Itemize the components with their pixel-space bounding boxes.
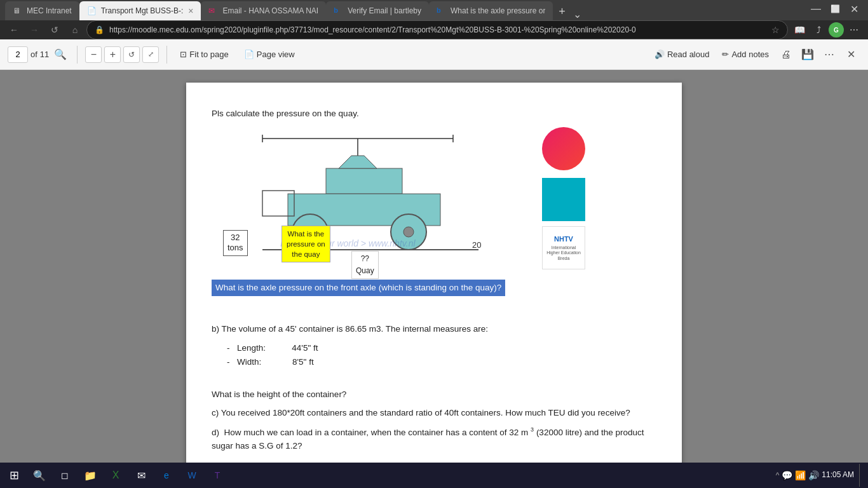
length-item: Length: 44'5" ft (212, 341, 656, 355)
width-item: Width: 8'5" ft (212, 355, 656, 369)
close-pdf-panel[interactable]: ✕ (841, 45, 860, 64)
tab-email-hana[interactable]: ✉ Email - HANA OSSAMA NAI (201, 1, 326, 20)
tab-email-icon: ✉ (208, 6, 217, 15)
length-label: Length: (237, 343, 266, 353)
new-tab-button[interactable]: + (553, 3, 571, 20)
tab-transport-label: Transport Mgt BUSS-B-: (101, 6, 184, 15)
question-highlight-block: What is the axle pressure on the front a… (212, 277, 656, 299)
zoom-controls: − + ↺ ⤢ (85, 46, 159, 63)
fullscreen-button[interactable]: ⤢ (142, 46, 159, 63)
taskbar: ⊞ 🔍 ◻ 📁 X ✉ e W T ^ 💬 📶 🔊 11:05 AM (0, 463, 868, 488)
minimize-button[interactable]: — (807, 0, 825, 18)
search-page-button[interactable]: 🔍 (51, 46, 69, 64)
tab-list-button[interactable]: ⌄ (571, 8, 584, 20)
clock-time: 11:05 AM (822, 470, 854, 480)
taskbar-left: ⊞ 🔍 ◻ 📁 X ✉ e W T (0, 464, 229, 487)
rotate-button[interactable]: ↺ (123, 46, 140, 63)
side-image-circle (542, 127, 585, 170)
teams-button[interactable]: T (206, 464, 229, 487)
restore-button[interactable]: ⬜ (826, 0, 844, 18)
show-desktop-button[interactable] (859, 464, 863, 487)
separator-1 (77, 46, 78, 64)
diagram-area: 20 Discover your world > www.nhtv.nl (212, 127, 529, 271)
height-question: What is the height of the container? (212, 388, 656, 402)
page-of-label: of (31, 50, 37, 59)
section-c: c) You received 180*20ft containers and … (212, 406, 656, 420)
section-b-label: b) (212, 324, 219, 334)
search-button[interactable]: 🔍 (28, 464, 51, 487)
fit-to-page-label: Fit to page (189, 50, 228, 59)
tab-pdf-icon: 📄 (87, 6, 96, 15)
pdf-toolbar: 2 of 11 🔍 − + ↺ ⤢ ⊡ Fit to page 📄 Page v… (0, 39, 868, 70)
tab-bar: 🖥 MEC Intranet 📄 Transport Mgt BUSS-B-: … (0, 0, 868, 20)
add-notes-button[interactable]: ✏ Add notes (717, 47, 774, 62)
taskbar-right: ^ 💬 📶 🔊 11:05 AM (776, 464, 868, 487)
pdf-content-area[interactable]: Pls calculate the pressure on the quay. (0, 70, 868, 488)
print-button[interactable]: 🖨 (776, 45, 796, 64)
edge-button[interactable]: e (155, 464, 178, 487)
file-explorer-button[interactable]: 📁 (79, 464, 102, 487)
bookmark-icon[interactable]: ☆ (771, 25, 780, 35)
section-b: b) The volume of a 45' container is 86.6… (212, 322, 656, 336)
tab-mec-intranet[interactable]: 🖥 MEC Intranet (5, 1, 79, 20)
word-button[interactable]: W (180, 464, 203, 487)
read-aloud-label: Read aloud (667, 50, 710, 59)
tab-close-button[interactable]: × (188, 6, 193, 16)
length-value: 44'5" ft (292, 343, 318, 353)
more-options-icon[interactable]: ⋯ (845, 21, 863, 39)
page-view-icon: 📄 (244, 50, 254, 59)
back-button[interactable]: ← (5, 21, 23, 39)
reader-view-icon[interactable]: 📖 (790, 21, 808, 39)
read-aloud-button[interactable]: 🔊 Read aloud (649, 47, 715, 62)
diagram-svg: 20 Discover your world > www.nhtv.nl (212, 127, 517, 267)
network-icon[interactable]: 📶 (795, 470, 806, 480)
tab-mec-label: MEC Intranet (27, 6, 72, 15)
page-view-button[interactable]: 📄 Page view (239, 47, 300, 62)
mail-button[interactable]: ✉ (130, 464, 153, 487)
profile-avatar[interactable]: G (829, 22, 844, 37)
svg-point-11 (403, 227, 414, 237)
section-d-superscript: 3 (531, 426, 534, 433)
notification-icon[interactable]: 💬 (782, 470, 792, 480)
page-number-input[interactable]: 2 (8, 46, 28, 63)
refresh-button[interactable]: ↺ (46, 21, 64, 39)
forward-button[interactable]: → (25, 21, 43, 39)
tab-axle-pressure[interactable]: b What is the axle pressure or (429, 1, 553, 20)
task-view-button[interactable]: ◻ (53, 464, 76, 487)
browser-window: 🖥 MEC Intranet 📄 Transport Mgt BUSS-B-: … (0, 0, 868, 463)
pdf-toolbar-right: 🔊 Read aloud ✏ Add notes 🖨 💾 ⋯ ✕ (649, 45, 860, 64)
add-notes-label: Add notes (731, 50, 769, 59)
share-icon[interactable]: ⤴ (810, 21, 827, 39)
more-pdf-options[interactable]: ⋯ (820, 45, 839, 64)
system-clock[interactable]: 11:05 AM (822, 470, 854, 480)
tab-axle-label: What is the axle pressure or (451, 6, 545, 15)
axle-question-text: What is the axle pressure on the front a… (212, 280, 505, 296)
home-button[interactable]: ⌂ (66, 21, 84, 39)
pdf-page-content: Pls calculate the pressure on the quay. (212, 107, 656, 453)
tab-verify-email[interactable]: b Verify Email | bartleby (326, 1, 429, 20)
tab-email-label: Email - HANA OSSAMA NAI (222, 6, 318, 15)
zoom-in-button[interactable]: + (104, 46, 121, 63)
sound-icon[interactable]: 🔊 (808, 470, 819, 480)
close-button[interactable]: ✕ (845, 0, 863, 18)
url-bar[interactable]: 🔒 https://moodle.mec.edu.om/spring2020/p… (86, 20, 788, 39)
excel-button[interactable]: X (104, 464, 127, 487)
diagram-container: 20 Discover your world > www.nhtv.nl (212, 127, 656, 271)
start-button[interactable]: ⊞ (3, 464, 25, 487)
svg-marker-5 (339, 156, 377, 168)
section-d-text: How much we can load in a container, whe… (224, 427, 529, 437)
lock-icon: 🔒 (95, 25, 104, 34)
width-value: 8'5" ft (292, 357, 314, 367)
section-d-label: d) (212, 427, 219, 437)
pdf-page: Pls calculate the pressure on the quay. (186, 83, 682, 477)
zoom-out-button[interactable]: − (85, 46, 102, 63)
tab-verify-label: Verify Email | bartleby (348, 6, 421, 15)
save-button[interactable]: 💾 (798, 45, 817, 64)
side-image-blue (542, 178, 585, 221)
url-text: https://moodle.mec.edu.om/spring2020/plu… (109, 25, 766, 34)
system-tray-caret[interactable]: ^ (776, 471, 780, 480)
fit-to-page-button[interactable]: ⊡ Fit to page (175, 47, 233, 62)
tab-transport-mgt[interactable]: 📄 Transport Mgt BUSS-B-: × (79, 1, 201, 20)
pressure-callout: What is thepressure onthe quay (281, 226, 330, 262)
side-images: NHTV InternationalHigher EducationBreda (542, 127, 585, 271)
